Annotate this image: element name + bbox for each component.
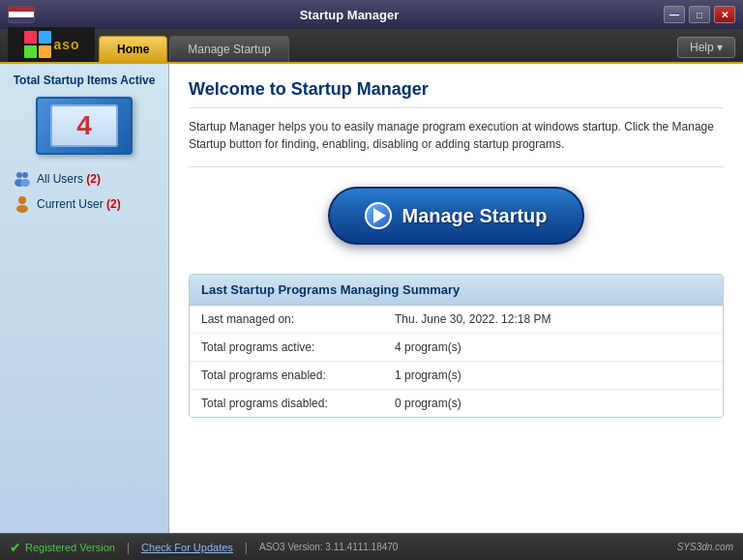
divider2: | <box>245 541 248 554</box>
welcome-title: Welcome to Startup Manager <box>189 79 724 108</box>
all-users-icon <box>14 170 31 188</box>
sidebar-title: Total Startup Items Active <box>14 74 156 87</box>
summary-value-2: 1 program(s) <box>395 368 461 382</box>
counter-box: 4 <box>36 97 133 155</box>
sidebar: Total Startup Items Active 4 All Users (… <box>0 64 169 533</box>
maximize-button[interactable]: □ <box>689 6 710 23</box>
status-left: ✔ Registered Version | Check For Updates… <box>10 540 398 555</box>
minimize-button[interactable]: — <box>664 6 685 23</box>
summary-value-0: Thu. June 30, 2022. 12:18 PM <box>395 312 550 326</box>
close-button[interactable]: ✕ <box>714 6 735 23</box>
svg-rect-3 <box>39 45 51 58</box>
manage-btn-label: Manage Startup <box>401 205 547 227</box>
sidebar-item-current-user[interactable]: Current User (2) <box>8 192 161 217</box>
svg-point-4 <box>16 172 22 178</box>
current-user-count: (2) <box>106 197 121 211</box>
app-title: Startup Manager <box>35 8 664 22</box>
main-content: Total Startup Items Active 4 All Users (… <box>0 64 743 533</box>
welcome-description: Startup Manager helps you to easily mana… <box>189 118 724 167</box>
tab-home[interactable]: Home <box>99 36 167 62</box>
counter-inner: 4 <box>50 104 118 147</box>
registered-badge: ✔ Registered Version <box>10 540 115 555</box>
svg-rect-1 <box>39 31 51 44</box>
summary-value-1: 4 program(s) <box>395 340 461 354</box>
registered-check-icon: ✔ <box>10 540 21 555</box>
divider: | <box>127 541 130 554</box>
tab-manage-startup[interactable]: Manage Startup <box>169 36 288 62</box>
tab-bar: aso Home Manage Startup Help ▾ <box>0 29 743 64</box>
title-bar: Startup Manager — □ ✕ <box>0 0 743 29</box>
summary-value-3: 0 program(s) <box>395 397 461 410</box>
current-user-label: Current User (2) <box>37 197 121 211</box>
title-bar-left <box>8 6 35 23</box>
counter-number: 4 <box>76 110 92 141</box>
summary-label-2: Total programs enabled: <box>201 368 395 382</box>
logo-area: aso <box>8 27 95 62</box>
version-label: ASO3 Version: 3.11.4111.18470 <box>259 542 398 552</box>
svg-point-8 <box>18 196 26 204</box>
svg-point-9 <box>16 205 28 213</box>
flag-icon <box>8 6 35 23</box>
watermark: SYS3dn.com <box>677 542 733 552</box>
windows-logo-icon <box>22 29 53 60</box>
summary-box: Last Startup Programs Managing Summary L… <box>189 274 724 418</box>
summary-label-0: Last managed on: <box>201 312 395 326</box>
logo-text: aso <box>53 37 79 52</box>
summary-row-3: Total programs disabled: 0 program(s) <box>190 390 723 417</box>
check-updates-link[interactable]: Check For Updates <box>141 542 233 553</box>
manage-btn-container: Manage Startup <box>189 187 724 245</box>
current-user-icon <box>14 195 31 213</box>
svg-rect-0 <box>24 31 37 44</box>
sidebar-item-all-users[interactable]: All Users (2) <box>8 166 161 192</box>
svg-rect-2 <box>24 45 37 58</box>
all-users-count: (2) <box>86 172 101 186</box>
title-bar-controls: — □ ✕ <box>664 6 735 23</box>
manage-startup-button[interactable]: Manage Startup <box>328 187 583 245</box>
summary-row-1: Total programs active: 4 program(s) <box>190 334 723 362</box>
registered-label: Registered Version <box>25 542 115 553</box>
summary-label-3: Total programs disabled: <box>201 397 395 410</box>
help-button[interactable]: Help ▾ <box>677 37 735 58</box>
all-users-label: All Users (2) <box>37 172 101 186</box>
summary-row-0: Last managed on: Thu. June 30, 2022. 12:… <box>190 306 723 334</box>
summary-row-2: Total programs enabled: 1 program(s) <box>190 362 723 390</box>
summary-label-1: Total programs active: <box>201 340 395 354</box>
svg-point-7 <box>20 179 30 187</box>
play-icon <box>365 202 392 229</box>
summary-header: Last Startup Programs Managing Summary <box>190 275 723 306</box>
status-bar: ✔ Registered Version | Check For Updates… <box>0 533 743 560</box>
play-triangle-icon <box>373 208 386 223</box>
content-area: Welcome to Startup Manager Startup Manag… <box>169 64 743 533</box>
svg-point-5 <box>22 172 28 178</box>
